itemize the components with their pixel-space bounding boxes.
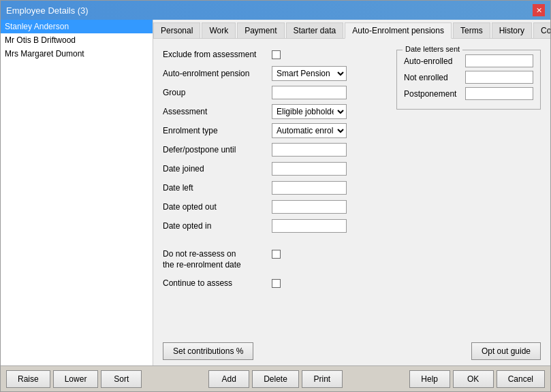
print-button[interactable]: Print xyxy=(302,370,343,388)
date-opted-out-label: Date opted out xyxy=(163,202,272,212)
tab-terms[interactable]: Terms xyxy=(453,22,490,38)
do-not-reassess-checkbox[interactable] xyxy=(272,250,281,259)
auto-enrolled-label: Auto-enrolled xyxy=(404,56,465,66)
help-button[interactable]: Help xyxy=(409,370,450,388)
date-joined-row: Date joined xyxy=(163,161,383,176)
tab-bar: Personal Work Payment Starter data Auto-… xyxy=(153,20,550,39)
do-not-reassess-row: Do not re-assess onthe re-enrolment date xyxy=(163,248,383,270)
defer-row: Defer/postpone until xyxy=(163,142,383,157)
exclude-checkbox[interactable] xyxy=(272,50,281,59)
date-letters-group: Date letters sent Auto-enrolled Not enro… xyxy=(396,50,541,110)
date-opted-in-input[interactable] xyxy=(272,219,347,233)
date-letters-legend: Date letters sent xyxy=(403,45,462,53)
ok-button[interactable]: OK xyxy=(453,370,494,388)
postponement-input[interactable] xyxy=(465,87,533,100)
date-opted-in-row: Date opted in xyxy=(163,218,383,233)
date-left-label: Date left xyxy=(163,183,272,193)
postponement-row: Postponement xyxy=(404,87,533,100)
title-bar: Employee Details (3) ✕ xyxy=(1,1,550,20)
do-not-reassess-label: Do not re-assess onthe re-enrolment date xyxy=(163,248,272,270)
auto-pension-row: Auto-enrolment pension Smart Pension xyxy=(163,66,383,81)
continue-assess-label: Continue to assess xyxy=(163,278,272,288)
tab-starter-data[interactable]: Starter data xyxy=(286,22,344,38)
continue-assess-checkbox[interactable] xyxy=(272,279,281,288)
set-contributions-button[interactable]: Set contributions % xyxy=(163,342,253,360)
assessment-select[interactable]: Eligible jobholder xyxy=(272,104,347,119)
two-column-layout: Exclude from assessment Auto-enrolment p… xyxy=(163,47,541,295)
assessment-row: Assessment Eligible jobholder xyxy=(163,104,383,119)
auto-enrolled-row: Auto-enrolled xyxy=(404,54,533,67)
auto-enrolled-input[interactable] xyxy=(465,54,533,67)
tab-contacts[interactable]: Contacts xyxy=(533,22,550,38)
assessment-label: Assessment xyxy=(163,107,272,116)
not-enrolled-row: Not enrolled xyxy=(404,71,533,84)
exclude-row: Exclude from assessment xyxy=(163,47,383,62)
sidebar-item-2[interactable]: Mrs Margaret Dumont xyxy=(1,47,153,61)
main-content: Stanley Anderson Mr Otis B Driftwood Mrs… xyxy=(1,20,550,365)
defer-input[interactable] xyxy=(272,143,347,157)
auto-pension-label: Auto-enrolment pension xyxy=(163,69,272,78)
sidebar-item-1[interactable]: Mr Otis B Driftwood xyxy=(1,33,153,47)
sidebar-item-0[interactable]: Stanley Anderson xyxy=(1,20,153,33)
group-label: Group xyxy=(163,88,272,97)
main-window: Employee Details (3) ✕ Stanley Anderson … xyxy=(0,0,551,392)
enrolment-label: Enrolment type xyxy=(163,126,272,135)
sidebar: Stanley Anderson Mr Otis B Driftwood Mrs… xyxy=(1,20,153,365)
close-button[interactable]: ✕ xyxy=(533,4,545,16)
sort-button[interactable]: Sort xyxy=(101,370,142,388)
date-joined-input[interactable] xyxy=(272,162,347,176)
postponement-label: Postponement xyxy=(404,89,465,99)
footer: Raise Lower Sort Add Delete Print Help O… xyxy=(1,365,550,391)
tab-auto-enrolment[interactable]: Auto-Enrolment pensions xyxy=(345,22,452,39)
group-input[interactable] xyxy=(272,86,347,99)
left-form: Exclude from assessment Auto-enrolment p… xyxy=(163,47,383,295)
date-joined-label: Date joined xyxy=(163,164,272,174)
defer-label: Defer/postpone until xyxy=(163,145,272,154)
not-enrolled-input[interactable] xyxy=(465,71,533,84)
bottom-buttons-area: Set contributions % Opt out guide xyxy=(153,340,550,365)
date-left-row: Date left xyxy=(163,180,383,195)
tab-payment[interactable]: Payment xyxy=(237,22,284,38)
group-row: Group xyxy=(163,85,383,100)
date-left-input[interactable] xyxy=(272,181,347,195)
content-area: Exclude from assessment Auto-enrolment p… xyxy=(153,39,550,340)
tab-personal[interactable]: Personal xyxy=(153,22,200,38)
add-button[interactable]: Add xyxy=(208,370,249,388)
raise-button[interactable]: Raise xyxy=(6,370,50,388)
window-title: Employee Details (3) xyxy=(6,5,89,16)
enrolment-select[interactable]: Automatic enrolmer xyxy=(272,123,347,138)
date-opted-in-label: Date opted in xyxy=(163,221,272,231)
enrolment-row: Enrolment type Automatic enrolmer xyxy=(163,123,383,138)
tab-history[interactable]: History xyxy=(492,22,532,38)
delete-button[interactable]: Delete xyxy=(252,370,299,388)
auto-pension-select[interactable]: Smart Pension xyxy=(272,66,347,81)
cancel-button[interactable]: Cancel xyxy=(497,370,545,388)
right-panel: Personal Work Payment Starter data Auto-… xyxy=(153,20,550,365)
date-opted-out-row: Date opted out xyxy=(163,199,383,214)
opt-out-guide-button[interactable]: Opt out guide xyxy=(471,342,541,360)
date-opted-out-input[interactable] xyxy=(272,200,347,214)
tab-work[interactable]: Work xyxy=(202,22,236,38)
not-enrolled-label: Not enrolled xyxy=(404,73,465,82)
lower-button[interactable]: Lower xyxy=(53,370,99,388)
date-letters-section: Date letters sent Auto-enrolled Not enro… xyxy=(396,47,541,295)
exclude-label: Exclude from assessment xyxy=(163,50,272,59)
continue-assess-row: Continue to assess xyxy=(163,276,383,291)
